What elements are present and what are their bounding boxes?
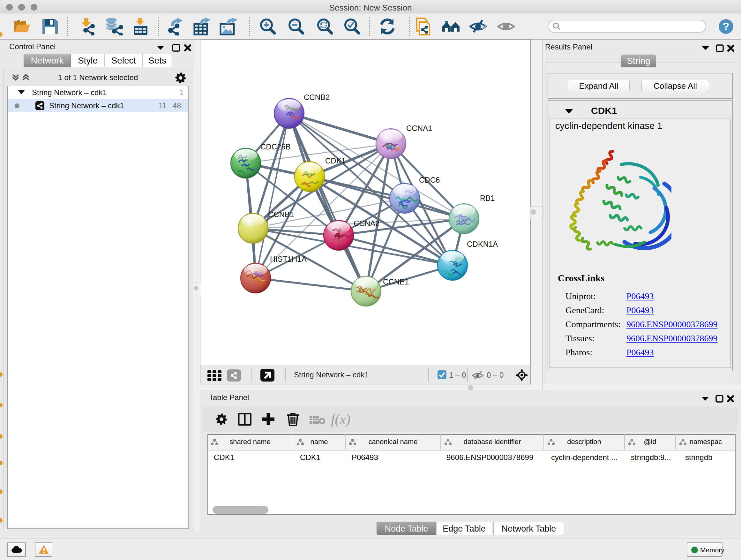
svg-text:CDC25B: CDC25B [260,142,291,151]
svg-text:CCNB2: CCNB2 [304,93,330,102]
svg-text:CDC6: CDC6 [419,176,440,184]
svg-text:?: ? [723,20,730,32]
svg-text:CDKN1A: CDKN1A [467,240,498,248]
svg-text:HIST1H1A: HIST1H1A [270,255,307,263]
svg-text:CCNE1: CCNE1 [383,277,409,286]
svg-text:CCNA1: CCNA1 [406,124,432,132]
svg-text:RB1: RB1 [480,194,495,202]
svg-text:CCNB1: CCNB1 [268,210,294,219]
svg-text:CCNA2: CCNA2 [354,219,380,228]
svg-text:CDK1: CDK1 [325,157,346,165]
